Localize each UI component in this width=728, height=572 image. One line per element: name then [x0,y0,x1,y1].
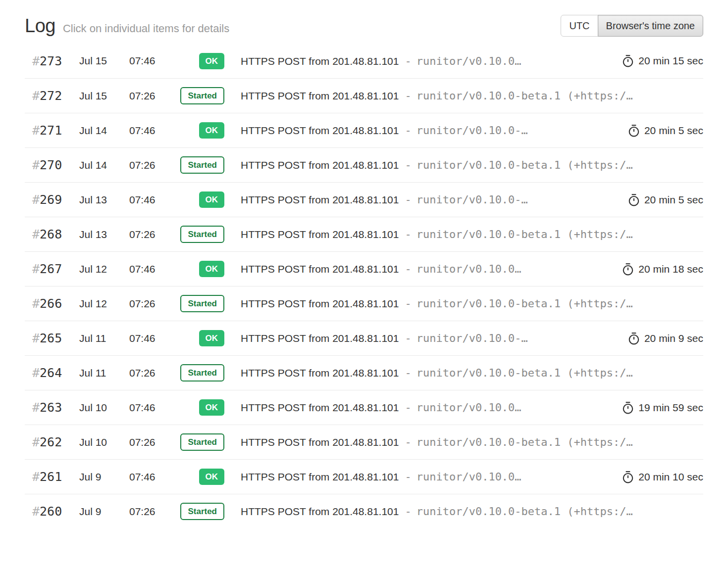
row-number-prefix: # [32,192,40,207]
row-time: 07:46 [129,263,169,275]
event-text: HTTPS POST from 201.48.81.101 [241,194,399,205]
row-date: Jul 10 [79,402,129,414]
status-badge-cell: OK [169,122,224,139]
event-text: HTTPS POST from 201.48.81.101 [241,263,399,275]
log-row[interactable]: #265 Jul 11 07:46 OK HTTPS POST from 201… [25,321,703,355]
event-description: HTTPS POST from 201.48.81.101-runitor/v0… [241,401,614,414]
log-row[interactable]: #260 Jul 9 07:26 Started HTTPS POST from… [25,494,703,528]
log-page: Log Click on individual items for detail… [0,0,728,528]
event-text: HTTPS POST from 201.48.81.101 [241,333,399,344]
row-number-prefix: # [32,123,40,138]
log-row[interactable]: #264 Jul 11 07:26 Started HTTPS POST fro… [25,355,703,390]
separator-dash: - [405,471,411,483]
log-row[interactable]: #272 Jul 15 07:26 Started HTTPS POST fro… [25,78,703,113]
event-description: HTTPS POST from 201.48.81.101-runitor/v0… [241,55,614,67]
row-time: 07:26 [129,367,169,379]
agent-text: runitor/v0.10.0-… [416,332,528,344]
log-row[interactable]: #263 Jul 10 07:46 OK HTTPS POST from 201… [25,390,703,425]
duration: 20 min 5 sec [628,193,703,206]
row-number: 260 [40,504,62,519]
row-number: 262 [40,435,62,449]
row-number: 265 [40,331,62,345]
duration-text: 20 min 9 sec [644,333,703,344]
event-description: HTTPS POST from 201.48.81.101-runitor/v0… [241,471,614,483]
agent-text: runitor/v0.10.0… [416,263,521,275]
row-time: 07:46 [129,55,169,67]
event-description: HTTPS POST from 201.48.81.101-runitor/v0… [241,228,703,240]
status-badge: Started [180,156,224,174]
stopwatch-icon [622,401,634,414]
log-row[interactable]: #273 Jul 15 07:46 OK HTTPS POST from 201… [25,44,703,78]
timezone-toggle: UTC Browser's time zone [561,15,703,37]
log-row[interactable]: #261 Jul 9 07:46 OK HTTPS POST from 201.… [25,459,703,494]
page-subtitle: Click on individual items for details [63,22,229,35]
stopwatch-icon [628,193,640,206]
status-badge-cell: OK [169,191,224,208]
log-row[interactable]: #267 Jul 12 07:46 OK HTTPS POST from 201… [25,251,703,286]
row-time: 07:26 [129,436,169,448]
agent-text: runitor/v0.10.0… [416,471,521,483]
stopwatch-icon [622,471,634,483]
status-badge: OK [199,122,225,139]
status-badge-cell: Started [169,156,224,174]
row-number-prefix: # [32,504,40,519]
row-date: Jul 13 [79,229,129,240]
log-row[interactable]: #270 Jul 14 07:26 Started HTTPS POST fro… [25,147,703,182]
log-row[interactable]: #271 Jul 14 07:46 OK HTTPS POST from 201… [25,113,703,147]
agent-text: runitor/v0.10.0-beta.1 (+https:/… [416,297,633,310]
status-badge: Started [180,226,224,243]
row-number-cell: #267 [25,262,79,276]
event-text: HTTPS POST from 201.48.81.101 [241,298,399,309]
browser-timezone-button[interactable]: Browser's time zone [598,15,703,37]
row-number: 273 [40,54,62,68]
event-text: HTTPS POST from 201.48.81.101 [241,125,399,136]
row-time: 07:46 [129,402,169,414]
row-number: 270 [40,158,62,172]
row-number-cell: #270 [25,158,79,172]
row-number: 264 [40,366,62,380]
status-badge: Started [180,503,224,520]
status-badge-cell: Started [169,433,224,451]
duration-text: 20 min 18 sec [638,263,703,275]
row-number-cell: #269 [25,192,79,207]
status-badge: OK [199,191,225,208]
row-time: 07:26 [129,90,169,102]
event-description: HTTPS POST from 201.48.81.101-runitor/v0… [241,159,703,171]
row-number: 266 [40,296,62,311]
status-badge: Started [180,364,224,381]
event-description: HTTPS POST from 201.48.81.101-runitor/v0… [241,332,620,344]
status-badge: OK [199,469,225,485]
separator-dash: - [405,505,411,518]
duration-text: 20 min 5 sec [644,194,703,206]
status-badge: OK [199,399,225,416]
status-badge-cell: OK [169,399,224,416]
event-text: HTTPS POST from 201.48.81.101 [241,90,399,101]
row-number-cell: #271 [25,123,79,138]
event-description: HTTPS POST from 201.48.81.101-runitor/v0… [241,263,614,275]
separator-dash: - [405,193,411,206]
status-badge: Started [180,295,224,312]
page-title: Log [25,15,55,37]
row-number-prefix: # [32,158,40,172]
row-date: Jul 14 [79,125,129,137]
row-date: Jul 14 [79,159,129,171]
row-time: 07:26 [129,298,169,310]
event-description: HTTPS POST from 201.48.81.101-runitor/v0… [241,297,703,310]
log-row[interactable]: #268 Jul 13 07:26 Started HTTPS POST fro… [25,217,703,251]
row-time: 07:46 [129,333,169,344]
log-row[interactable]: #266 Jul 12 07:26 Started HTTPS POST fro… [25,286,703,321]
status-badge-cell: OK [169,261,224,277]
separator-dash: - [405,55,411,67]
log-table: #273 Jul 15 07:46 OK HTTPS POST from 201… [25,44,703,528]
row-time: 07:26 [129,506,169,518]
log-row[interactable]: #269 Jul 13 07:46 OK HTTPS POST from 201… [25,182,703,217]
agent-text: runitor/v0.10.0-beta.1 (+https:/… [416,90,633,102]
duration-text: 20 min 5 sec [644,125,703,137]
row-number-cell: #260 [25,504,79,519]
agent-text: runitor/v0.10.0-beta.1 (+https:/… [416,159,633,171]
row-time: 07:46 [129,194,169,206]
log-row[interactable]: #262 Jul 10 07:26 Started HTTPS POST fro… [25,425,703,459]
separator-dash: - [405,124,411,137]
row-number-prefix: # [32,400,40,415]
utc-button[interactable]: UTC [561,15,598,37]
